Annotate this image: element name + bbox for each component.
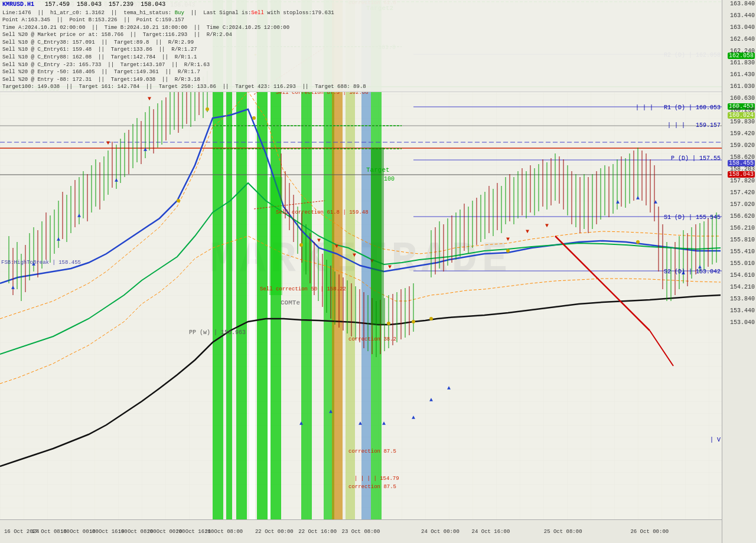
price-15344: 153.440 xyxy=(730,308,755,314)
price-15742: 157.420 xyxy=(730,189,755,196)
price-15461: 154.610 xyxy=(730,272,755,279)
price-16063: 160.630 xyxy=(730,95,755,102)
svg-point-217 xyxy=(177,199,180,202)
svg-text:▼: ▼ xyxy=(335,243,338,250)
time-label-14: 26 Oct 00:00 xyxy=(630,529,669,535)
time-label-9: 22 Oct 16:00 xyxy=(298,529,337,535)
price-15983: 159.830 xyxy=(730,119,755,125)
chart-area: MARKETRADE xyxy=(0,0,722,519)
svg-text:▲: ▲ xyxy=(115,177,118,184)
time-label-12: 24 Oct 16:00 xyxy=(472,529,510,535)
svg-text:▲: ▲ xyxy=(329,408,333,415)
time-label-11: 24 Oct 00:00 xyxy=(421,529,460,535)
svg-text:▼: ▼ xyxy=(526,228,529,235)
price-16344: 163.440 xyxy=(730,12,755,19)
svg-text:▲: ▲ xyxy=(32,261,35,267)
svg-text:▲: ▲ xyxy=(429,397,433,403)
svg-text:▼: ▼ xyxy=(181,77,184,83)
svg-point-224 xyxy=(506,249,510,253)
svg-text:▲: ▲ xyxy=(359,420,362,427)
chart-svg: ▲ ▲ ▲ ▲ ▲ ▲ ▼ ▼ ▼ ▼ ● ● ● ▼ ▼ ▼ ▼ ▼ ▲ ▲ … xyxy=(0,0,722,519)
svg-point-225 xyxy=(636,240,640,244)
r2-label: R2 (D) | 162.058 xyxy=(664,52,721,58)
svg-text:▲: ▲ xyxy=(616,199,620,205)
svg-line-28 xyxy=(555,236,650,331)
svg-line-31 xyxy=(254,201,325,209)
price-15421: 154.210 xyxy=(730,284,755,290)
svg-text:▲: ▲ xyxy=(11,284,15,291)
svg-rect-11 xyxy=(346,0,355,519)
svg-rect-1 xyxy=(213,0,223,519)
time-label-7: 21 Oct 08:00 xyxy=(204,529,243,535)
svg-text:▼: ▼ xyxy=(197,63,201,70)
price-15622: 156.210 xyxy=(730,225,755,231)
v-marker-label: | V xyxy=(710,437,721,443)
svg-point-221 xyxy=(387,322,390,325)
svg-text:▲: ▲ xyxy=(299,420,303,427)
svg-rect-13 xyxy=(371,0,382,519)
s1-label: S1 (D) | 155.545 xyxy=(664,214,721,221)
price-15782: 157.820 xyxy=(730,178,755,184)
svg-line-30 xyxy=(254,47,325,94)
svg-text:▼: ▼ xyxy=(370,258,374,264)
price-15581: 155.810 xyxy=(730,237,755,243)
svg-point-222 xyxy=(412,320,415,323)
p-d-label: P (D) | 157.55 xyxy=(671,155,721,162)
svg-point-223 xyxy=(429,317,433,320)
price-current-scale: 158.043 xyxy=(728,171,755,178)
price-16304: 163.040 xyxy=(730,24,755,31)
svg-text:▲: ▲ xyxy=(77,212,81,219)
svg-text:▼: ▼ xyxy=(317,237,321,244)
svg-rect-6 xyxy=(268,0,271,519)
svg-text:▲: ▲ xyxy=(382,420,386,427)
svg-text:▼: ▼ xyxy=(388,264,392,270)
svg-rect-12 xyxy=(361,0,371,519)
svg-text:▲: ▲ xyxy=(144,146,147,153)
svg-line-29 xyxy=(650,331,673,366)
price-r1-2: 160.024 xyxy=(728,112,755,119)
price-15541: 155.410 xyxy=(730,248,755,255)
svg-text:●: ● xyxy=(178,80,181,86)
chart-container: KMRUSD.H1 157.459 158.043 157.239 158.04… xyxy=(0,0,756,543)
price-16384: 163.840 xyxy=(730,1,755,7)
svg-point-219 xyxy=(252,116,256,120)
svg-text:▼: ▼ xyxy=(545,223,549,229)
time-label-13: 25 Oct 08:00 xyxy=(544,529,582,535)
price-15902: 159.020 xyxy=(730,142,755,149)
price-15501: 155.010 xyxy=(730,260,755,267)
svg-rect-2 xyxy=(226,0,232,519)
svg-rect-10 xyxy=(332,0,343,519)
svg-point-220 xyxy=(299,243,303,247)
svg-text:●: ● xyxy=(203,66,206,71)
svg-rect-0 xyxy=(0,0,722,519)
svg-text:▼: ▼ xyxy=(506,236,510,243)
svg-rect-3 xyxy=(236,0,247,519)
svg-text:▲: ▲ xyxy=(636,195,640,201)
price-15702: 157.020 xyxy=(730,201,755,208)
price-16264: 162.640 xyxy=(730,36,755,42)
svg-point-218 xyxy=(206,107,209,111)
svg-text:●: ● xyxy=(254,52,257,57)
svg-text:▼: ▼ xyxy=(106,140,110,146)
svg-rect-7 xyxy=(271,0,281,519)
svg-text:▼: ▼ xyxy=(148,96,151,102)
price-15662: 156.620 xyxy=(730,213,755,220)
price-15381: 153.840 xyxy=(730,296,755,302)
svg-text:▲: ▲ xyxy=(447,385,451,391)
price-15942: 159.420 xyxy=(730,130,755,137)
s2-label: S2 (D) | 153.042 xyxy=(664,269,721,275)
price-16143: 161.430 xyxy=(730,71,755,78)
time-label-10: 23 Oct 08:00 xyxy=(342,529,380,535)
svg-rect-9 xyxy=(324,0,334,519)
price-16183: 161.830 xyxy=(730,60,755,66)
pivot-159-label: | | | 159.157 xyxy=(667,122,721,129)
svg-text:▲: ▲ xyxy=(654,199,657,205)
price-15304: 153.040 xyxy=(730,319,755,326)
svg-rect-227 xyxy=(371,148,384,325)
svg-rect-8 xyxy=(301,0,312,519)
svg-text:▼: ▼ xyxy=(353,252,356,259)
time-label-8: 22 Oct 00:00 xyxy=(255,529,294,535)
price-16103: 161.030 xyxy=(730,83,755,90)
time-axis: 16 Oct 2024 17 Oct 08:00 18 Oct 00:00 18… xyxy=(0,519,722,543)
svg-rect-226 xyxy=(269,177,282,295)
